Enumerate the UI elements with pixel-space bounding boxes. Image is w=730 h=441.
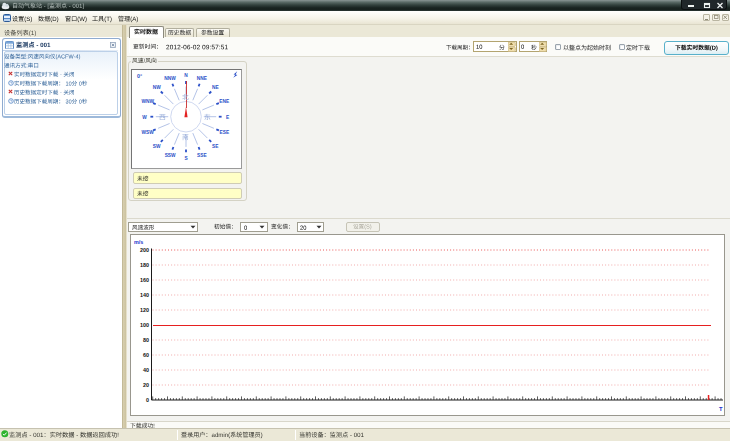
svg-text:140: 140 bbox=[140, 292, 149, 298]
svg-text:NNE: NNE bbox=[197, 76, 208, 81]
svg-text:80: 80 bbox=[143, 337, 149, 343]
svg-text:NE: NE bbox=[212, 85, 219, 90]
svg-text:T: T bbox=[719, 406, 723, 412]
svg-text:SW: SW bbox=[153, 144, 161, 149]
svg-text:SSE: SSE bbox=[197, 153, 207, 158]
svg-text:ENE: ENE bbox=[219, 99, 230, 104]
svg-text:WNW: WNW bbox=[141, 99, 154, 104]
svg-text:N: N bbox=[184, 73, 188, 78]
svg-text:SSW: SSW bbox=[165, 153, 176, 158]
svg-text:W: W bbox=[142, 115, 147, 120]
svg-text:WSW: WSW bbox=[142, 131, 155, 136]
svg-text:SE: SE bbox=[212, 144, 219, 149]
svg-text:20: 20 bbox=[143, 382, 149, 388]
svg-text:120: 120 bbox=[140, 307, 149, 313]
svg-text:ESE: ESE bbox=[219, 131, 229, 136]
svg-text:160: 160 bbox=[140, 277, 149, 283]
svg-text:180: 180 bbox=[140, 262, 149, 268]
svg-text:0°: 0° bbox=[137, 73, 142, 79]
svg-text:200: 200 bbox=[140, 247, 149, 253]
svg-text:40: 40 bbox=[143, 367, 149, 373]
svg-text:100: 100 bbox=[140, 322, 149, 328]
svg-text:NNW: NNW bbox=[164, 76, 176, 81]
svg-text:60: 60 bbox=[143, 352, 149, 358]
svg-text:0: 0 bbox=[146, 397, 149, 403]
svg-text:m/s: m/s bbox=[134, 239, 143, 245]
svg-text:S: S bbox=[184, 156, 188, 161]
svg-text:NW: NW bbox=[153, 85, 161, 90]
svg-text:E: E bbox=[226, 115, 230, 120]
